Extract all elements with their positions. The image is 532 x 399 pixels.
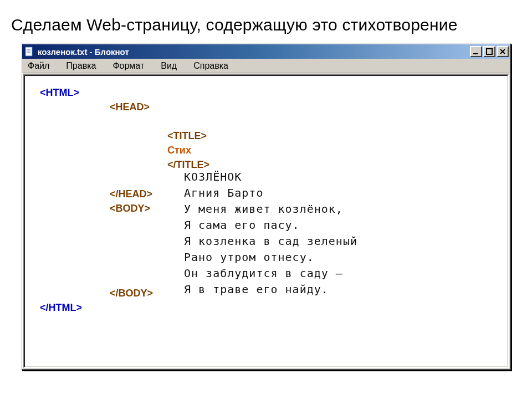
- menu-edit[interactable]: Правка: [63, 60, 99, 72]
- code-block-end: </BODY> </HTML>: [40, 286, 153, 315]
- slide-heading: Сделаем Web-страницу, содержащую это сти…: [11, 16, 458, 34]
- tag-body-close: </BODY>: [40, 286, 153, 300]
- text-area[interactable]: <HTML> <HEAD> <TITLE> Стих </TITLE> </HE…: [23, 74, 509, 368]
- tag-html-open: <HTML>: [40, 85, 495, 100]
- tag-html-close: </HTML>: [40, 300, 153, 315]
- tag-title-open: <TITLE>: [167, 130, 207, 141]
- poem-line: У меня живет козлёнок,: [184, 202, 343, 216]
- notepad-icon: [24, 47, 34, 57]
- title-bar[interactable]: козленок.txt - Блокнот: [22, 44, 510, 59]
- poem-line: Я в траве его найду.: [184, 283, 329, 296]
- menu-help[interactable]: Справка: [190, 60, 232, 72]
- poem-line: Я сама его пасу.: [184, 218, 300, 232]
- svg-rect-6: [487, 49, 492, 54]
- poem-line: Я козленка в сад зеленый: [184, 234, 357, 248]
- poem-text: КОЗЛЁНОК Агния Барто У меня живет козлён…: [184, 153, 357, 314]
- svg-rect-5: [473, 53, 478, 54]
- maximize-button[interactable]: [483, 46, 495, 57]
- poem-line: Рано утром отнесу.: [184, 250, 314, 264]
- menu-format[interactable]: Формат: [109, 60, 147, 72]
- poem-line: Он заблудится в саду –: [184, 267, 343, 280]
- menu-file[interactable]: Файл: [24, 60, 53, 72]
- notepad-window: козленок.txt - Блокнот Файл Правка Форма…: [21, 43, 511, 370]
- window-title: козленок.txt - Блокнот: [38, 47, 470, 57]
- poem-line: Агния Барто: [184, 186, 263, 200]
- menu-view[interactable]: Вид: [157, 60, 180, 72]
- menu-bar: Файл Правка Формат Вид Справка: [22, 59, 510, 73]
- poem-line: КОЗЛЁНОК: [184, 170, 242, 183]
- minimize-button[interactable]: [470, 46, 482, 57]
- tag-head-open: <HEAD>: [40, 100, 495, 114]
- svg-rect-0: [25, 47, 32, 56]
- close-button[interactable]: [497, 46, 509, 57]
